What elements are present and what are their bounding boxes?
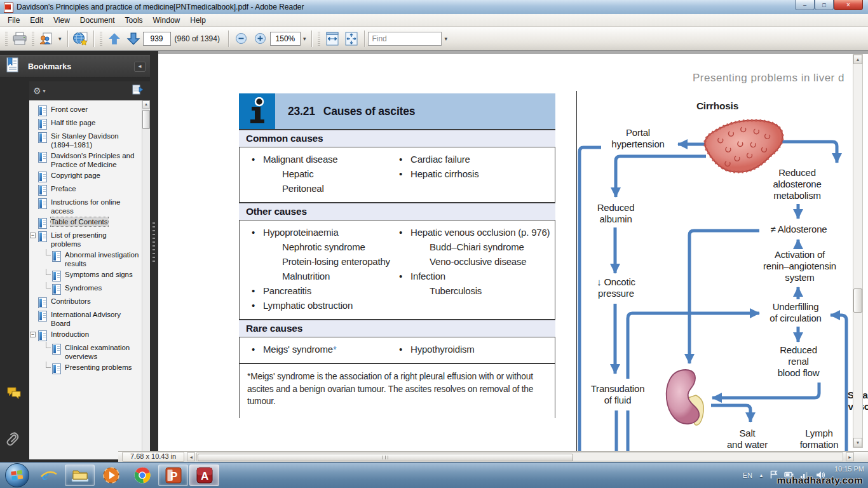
hscroll-thumb[interactable] — [198, 454, 573, 461]
table-header: 23.21 Causes of ascites — [239, 93, 555, 129]
scroll-down-button[interactable]: ▼ — [853, 438, 862, 447]
title-bar: Davidson's Principles and practice of me… — [0, 0, 868, 15]
attachments-panel-icon[interactable] — [6, 431, 22, 450]
bullet-text: Meigs' syndrome* — [263, 344, 337, 355]
bookmark-item[interactable]: Half title page — [29, 118, 150, 130]
footnote-marker: * — [333, 344, 337, 355]
maximize-button[interactable]: □ — [815, 0, 834, 10]
close-button[interactable]: × — [834, 0, 863, 10]
bookmark-item[interactable]: Presenting problems — [29, 363, 150, 374]
bookmark-item[interactable]: Table of Contents — [29, 217, 150, 229]
start-button[interactable] — [5, 463, 29, 487]
panel-resize-handle[interactable] — [150, 51, 158, 462]
page-running-header: Presenting problems in liver d — [693, 72, 844, 85]
find-options-caret-icon[interactable]: ▾ — [444, 36, 447, 42]
bookmark-item[interactable]: Davidson's Principles and Practice of Me… — [29, 151, 150, 169]
bookmark-label: Clinical examination overviews — [65, 343, 150, 361]
collapse-toggle-icon[interactable]: − — [30, 233, 36, 238]
bookmarks-panel-icon[interactable] — [5, 57, 19, 76]
bookmark-label: International Advisory Board — [51, 310, 139, 328]
zoom-level-value[interactable]: 150% — [270, 32, 301, 46]
share-caret-icon[interactable]: ▾ — [58, 36, 62, 42]
bookmarks-scroll-up[interactable]: ▲ — [142, 100, 150, 109]
horizontal-scrollbar[interactable] — [196, 452, 843, 461]
bookmark-page-icon — [38, 132, 47, 143]
bookmark-item[interactable]: International Advisory Board — [29, 310, 150, 328]
bookmark-item[interactable]: Copyright page — [29, 171, 150, 182]
fit-page-button[interactable] — [342, 29, 361, 48]
bookmark-label: Davidson's Principles and Practice of Me… — [51, 151, 139, 169]
zoom-out-button[interactable] — [232, 29, 251, 48]
menu-file[interactable]: File — [3, 15, 25, 26]
powerpoint-icon: P — [165, 466, 182, 484]
bookmarks-scroll-thumb[interactable] — [142, 110, 150, 129]
bookmark-label: Presenting problems — [65, 363, 132, 372]
acrobat-online-button[interactable] — [71, 29, 90, 48]
options-caret-icon[interactable]: ▾ — [43, 88, 46, 94]
page-number-input[interactable] — [143, 32, 171, 46]
menu-window[interactable]: Window — [148, 15, 186, 26]
bookmark-item[interactable]: Instructions for online access — [29, 198, 150, 215]
zoom-caret-icon[interactable]: ▾ — [303, 36, 306, 42]
fit-width-button[interactable] — [323, 29, 342, 48]
status-bar: 7.68 x 10.43 in ◄ ► — [118, 451, 868, 462]
bookmark-item[interactable]: Syndromes — [29, 283, 150, 295]
bookmark-item[interactable]: −Introduction — [29, 330, 150, 341]
bookmark-item[interactable]: Clinical examination overviews — [29, 343, 150, 361]
language-indicator[interactable]: EN — [743, 471, 752, 479]
bookmarks-scrollbar[interactable]: ▲ ▼ — [142, 100, 151, 459]
bookmark-label: Contributors — [51, 297, 91, 306]
bullet-subitem: Peritoneal — [248, 181, 393, 196]
bookmark-item[interactable]: Contributors — [29, 297, 150, 308]
panel-collapse-button[interactable]: ◄ — [134, 62, 146, 72]
menu-document[interactable]: Document — [75, 15, 120, 26]
find-input[interactable] — [368, 32, 442, 46]
menu-help[interactable]: Help — [185, 15, 211, 26]
previous-page-button[interactable] — [105, 29, 124, 48]
collapse-toggle-icon[interactable]: − — [30, 332, 36, 337]
taskbar-powerpoint[interactable]: P — [158, 464, 188, 486]
down-arrow-icon — [126, 32, 140, 46]
hscroll-left-button[interactable]: ◄ — [187, 452, 195, 461]
document-page: Presenting problems in liver d 23.21 Cau… — [158, 51, 868, 451]
bookmark-item[interactable]: Abnormal investigation results — [29, 250, 150, 268]
taskbar-chrome[interactable] — [127, 464, 157, 486]
taskbar-windows-explorer[interactable] — [65, 464, 95, 486]
page-count-label: (960 of 1394) — [175, 34, 220, 43]
tray-expand-caret-icon[interactable]: ▲ — [759, 473, 764, 478]
bookmark-item[interactable]: Symptoms and signs — [29, 270, 150, 281]
bookmark-item[interactable]: Front cover — [29, 105, 150, 116]
menu-edit[interactable]: Edit — [25, 15, 48, 26]
comments-panel-icon[interactable] — [6, 386, 22, 402]
bookmark-item[interactable]: −List of presenting problems — [29, 231, 150, 248]
bullet-text: Hepatic cirrhosis — [410, 168, 478, 179]
expand-current-bookmark-icon[interactable] — [132, 85, 144, 97]
clock[interactable]: 10:15 PM — [834, 465, 864, 473]
bookmark-label: Front cover — [51, 105, 88, 114]
next-page-button[interactable] — [124, 29, 143, 48]
share-review-button[interactable] — [37, 29, 56, 48]
chrome-icon — [133, 466, 151, 484]
taskbar-media-player[interactable] — [96, 464, 126, 486]
scroll-up-button[interactable]: ▲ — [853, 55, 862, 64]
vertical-scrollbar[interactable]: ▲ ▼ — [853, 54, 863, 448]
minimize-button[interactable]: – — [795, 0, 815, 10]
bullet-dot-icon — [252, 298, 255, 313]
taskbar-internet-explorer[interactable]: e — [34, 464, 64, 486]
bookmark-page-icon — [38, 231, 47, 242]
bookmark-page-icon — [38, 185, 47, 196]
bookmark-page-icon — [52, 344, 61, 355]
table-bullet-item: Hypoproteinaemia — [248, 225, 393, 240]
zoom-in-button[interactable] — [251, 29, 270, 48]
scroll-thumb[interactable] — [853, 288, 862, 313]
menu-view[interactable]: View — [48, 15, 75, 26]
taskbar-adobe-reader[interactable]: A — [189, 464, 219, 486]
table-section-row: Meigs' syndrome*Hypothyroidism — [239, 337, 555, 363]
toolbar-separator — [311, 30, 312, 47]
print-button[interactable] — [10, 29, 29, 48]
hscroll-right-button[interactable]: ► — [846, 452, 854, 461]
menu-tools[interactable]: Tools — [120, 15, 148, 26]
options-gear-icon[interactable]: ⚙ — [33, 86, 41, 96]
bookmark-item[interactable]: Preface — [29, 184, 150, 196]
bookmark-item[interactable]: Sir Stanley Davidson (1894–1981) — [29, 132, 150, 149]
